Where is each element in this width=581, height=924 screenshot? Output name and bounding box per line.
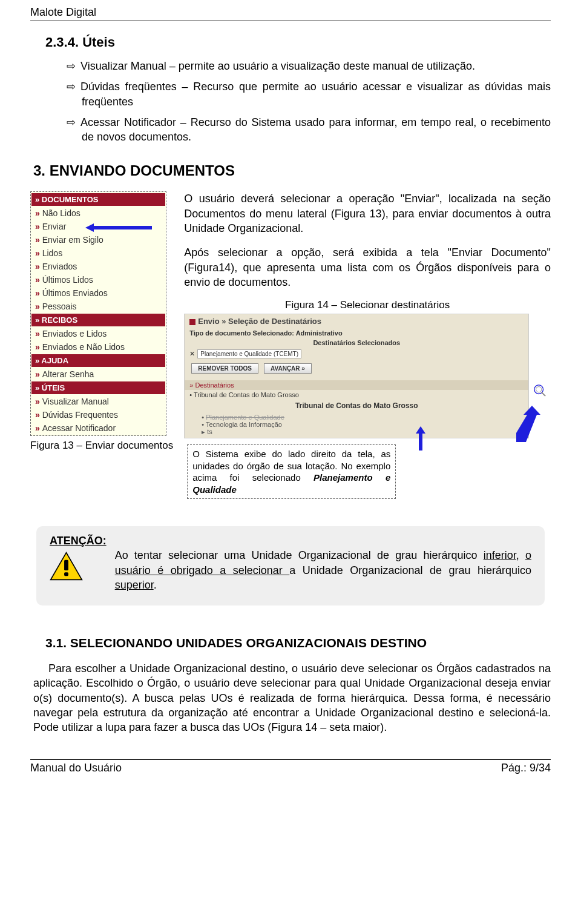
screenshot-envio-destinatarios: Envio » Seleção de Destinatários Tipo de… [184,314,529,438]
bullet-duvidas-text: Dúvidas freqüentes – Recurso que permite… [80,81,551,107]
footer-right: Pág.: 9/34 [501,762,551,774]
fig14-trib-bold: Tribunal de Contas do Mato Grosso [185,400,528,412]
fig14-sub-item-strike: Planejamento e Qualidade [206,414,284,421]
fig14-selected-cell: Planejamento e Qualidade (TCEMT) [197,349,301,358]
sidebar-item: Enviados e Não Lidos [31,340,165,354]
bullet-duvidas: Dúvidas freqüentes – Recurso que permite… [67,79,551,109]
svg-marker-5 [416,426,425,450]
sidebar-item: Enviar em Sigilo [31,233,165,246]
page-footer: Manual do Usuário Pág.: 9/34 [30,759,551,774]
para-31-body: Para escolher a Unidade Organizacional d… [33,661,551,734]
screenshot-sidebar-menu: » DOCUMENTOS Não Lidos Enviar Enviar em … [30,191,166,436]
warning-triangle-icon [50,551,83,581]
sidebar-item: Visualizar Manual [31,395,165,408]
fig14-dest-sel: Destinatários Selecionados [185,338,528,348]
sidebar-item: Pessoais [31,300,165,313]
svg-rect-7 [64,560,68,570]
fig14-sub-item: ts [207,428,212,435]
svg-marker-0 [85,223,152,232]
sidebar-item: Enviados e Lidos [31,327,165,340]
sidebar-item: Alterar Senha [31,368,165,381]
small-arrow-icon [416,426,425,452]
bullet-acessar: Acessar Notificador – Recurso do Sistema… [67,115,551,145]
bullet-visualizar-manual: Visualizar Manual – permite ao usuário a… [67,59,551,73]
sidebar-item: Enviados [31,260,165,273]
sidebar-cat-recibos: » RECIBOS [31,314,165,326]
fig14-trib-row: • Tribunal de Contas do Mato Grosso [185,390,528,400]
remover-todos-button: REMOVER TODOS [191,363,258,374]
fig14-tipo: Tipo de documento Selecionado: Administr… [185,328,528,338]
large-arrow-icon [516,406,540,444]
attention-block: ATENÇÃO: Ao tentar selecionar uma Unidad… [36,526,545,606]
heading-234: 2.3.4. Úteis [45,35,551,50]
avancar-button: AVANÇAR » [264,363,312,374]
footer-left: Manual do Usuário [30,762,122,774]
bullet-acessar-text: Acessar Notificador – Recurso do Sistema… [80,116,551,143]
sidebar-item: Últimos Enviados [31,286,165,300]
sidebar-cat-documentos: » DOCUMENTOS [31,193,165,206]
heading-31: 3.1. SELECIONANDO UNIDADES ORGANIZACIONA… [45,636,551,650]
fig14-destinatarios-header: » Destinatários [185,380,528,390]
figure14-note-box: O Sistema exibe do lado direito da tela,… [187,444,396,499]
svg-point-2 [536,387,542,392]
fig14-sub-item: Tecnologia da Informação [206,421,282,428]
svg-line-3 [542,392,545,396]
sidebar-item: Não Lidos [31,206,165,220]
page-header-title: Malote Digital [30,6,551,21]
attention-label: ATENÇÃO: [50,535,107,547]
sidebar-cat-uteis: » ÚTEIS [31,381,165,394]
sidebar-item: Lidos [31,246,165,260]
figure13-caption: Figura 13 – Enviar documentos [30,440,173,452]
svg-marker-4 [516,406,540,442]
highlight-arrow-icon [85,223,146,229]
heading-enviando: 3. ENVIANDO DOCUMENTOS [33,162,551,179]
para-enviando-2: Após selecionar a opção, será exibida a … [184,245,551,289]
fig14-title: Envio » Seleção de Destinatários [198,317,321,326]
para-enviando-1: O usuário deverá selecionar a operação "… [184,191,551,236]
sidebar-cat-ajuda: » AJUDA [31,354,165,367]
sidebar-item: Últimos Lidos [31,273,165,286]
sidebar-item: Acessar Notificador [31,421,165,435]
svg-rect-8 [64,573,68,576]
attention-text: Ao tentar selecionar uma Unidade Organiz… [115,535,531,592]
square-icon [189,319,195,325]
magnifier-icon [533,384,547,397]
figure14-caption: Figura 14 – Selecionar destinatários [184,299,551,311]
sidebar-item: Dúvidas Frequentes [31,408,165,421]
